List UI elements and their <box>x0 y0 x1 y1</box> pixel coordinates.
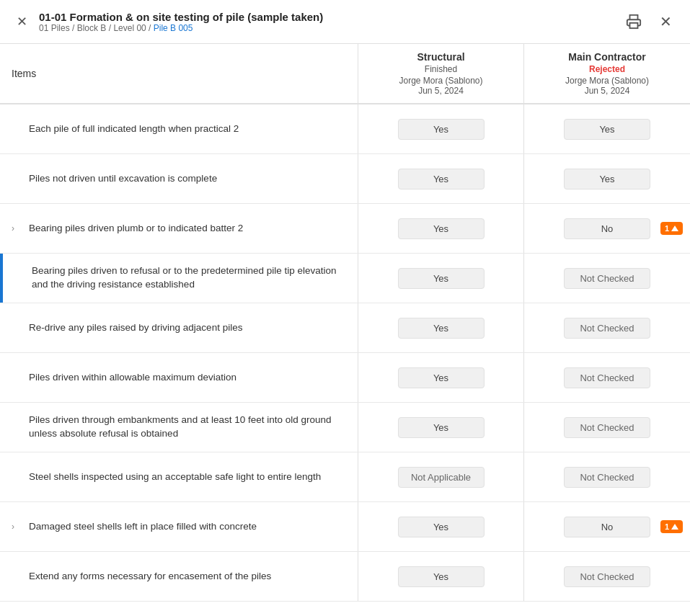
contractor-value-cell[interactable]: Yes <box>524 104 690 153</box>
contractor-title: Main Contractor <box>536 51 678 63</box>
table-row: Re-drive any piles raised by driving adj… <box>0 303 690 353</box>
alert-badge[interactable]: 1 <box>660 520 683 533</box>
structural-value-badge: Yes <box>398 119 485 140</box>
structural-value-cell[interactable]: Yes <box>358 403 524 452</box>
structural-value-cell[interactable]: Yes <box>358 254 524 303</box>
row-label: Each pile of full indicated length when … <box>29 122 239 136</box>
row-label-cell: Each pile of full indicated length when … <box>0 104 358 153</box>
contractor-value-badge: Yes <box>564 119 650 140</box>
row-label: Bearing piles driven plumb or to indicat… <box>29 222 243 236</box>
structural-value-badge: Yes <box>398 566 485 587</box>
structural-value-cell[interactable]: Yes <box>358 353 524 402</box>
dismiss-icon: ✕ <box>660 13 672 30</box>
table-row: Piles not driven until excavation is com… <box>0 154 690 204</box>
row-label: Damaged steel shells left in place fille… <box>29 520 257 534</box>
contractor-value-badge: Not Checked <box>564 367 650 388</box>
table-row: ›Damaged steel shells left in place fill… <box>0 502 690 552</box>
chevron-right-icon[interactable]: › <box>12 522 23 532</box>
table-row: Bearing piles driven to refusal or to th… <box>0 254 690 303</box>
structural-value-cell[interactable]: Yes <box>358 502 524 551</box>
breadcrumb-link[interactable]: Pile B 005 <box>154 23 193 33</box>
table-row: ›Bearing piles driven plumb or to indica… <box>0 204 690 254</box>
structural-value-cell[interactable]: Yes <box>358 204 524 253</box>
contractor-status: Rejected <box>536 64 678 74</box>
row-label-cell: Piles not driven until excavation is com… <box>0 154 358 203</box>
table-row: Extend any forms necessary for encasemen… <box>0 552 690 602</box>
contractor-value-badge: No <box>564 517 650 537</box>
items-label: Items <box>12 68 36 79</box>
row-label-cell: Extend any forms necessary for encasemen… <box>0 552 358 601</box>
contractor-value-badge: No <box>564 218 650 239</box>
structural-value-badge: Yes <box>398 268 485 289</box>
row-label: Piles driven through embankments and at … <box>29 414 346 441</box>
contractor-column-header: Main Contractor Rejected Jorge Mora (Sab… <box>524 44 690 103</box>
close-icon: ✕ <box>17 14 27 30</box>
structural-value-badge: Yes <box>398 417 485 438</box>
contractor-value-cell[interactable]: Not Checked <box>524 403 690 452</box>
print-icon <box>626 14 642 30</box>
structural-value-cell[interactable]: Not Applicable <box>358 452 524 501</box>
row-label: Extend any forms necessary for encasemen… <box>29 570 271 584</box>
structural-value-badge: Yes <box>398 367 485 388</box>
contractor-value-cell[interactable]: No1 <box>524 204 690 253</box>
contractor-value-badge: Not Checked <box>564 417 650 438</box>
row-label-cell: Steel shells inspected using an acceptab… <box>0 452 358 501</box>
structural-value-cell[interactable]: Yes <box>358 303 524 352</box>
svg-rect-0 <box>630 23 638 28</box>
row-label-cell: Re-drive any piles raised by driving adj… <box>0 303 358 352</box>
table-row: Piles driven through embankments and at … <box>0 403 690 452</box>
structural-value-badge: Yes <box>398 218 485 239</box>
row-label: Steel shells inspected using an acceptab… <box>29 470 321 484</box>
breadcrumb-text: 01 Piles / Block B / Level 00 / <box>39 23 154 33</box>
row-label: Piles not driven until excavation is com… <box>29 172 217 186</box>
contractor-value-badge: Not Checked <box>564 318 650 339</box>
structural-user: Jorge Mora (Sablono) <box>370 76 512 86</box>
structural-value-badge: Not Applicable <box>398 467 485 488</box>
contractor-value-badge: Not Checked <box>564 268 650 289</box>
dismiss-button[interactable]: ✕ <box>653 9 678 35</box>
header-title: 01-01 Formation & on site testing of pil… <box>39 11 323 23</box>
columns-header: Items Structural Finished Jorge Mora (Sa… <box>0 44 690 104</box>
contractor-value-cell[interactable]: Not Checked <box>524 353 690 402</box>
breadcrumb: 01 Piles / Block B / Level 00 / Pile B 0… <box>39 23 323 33</box>
table-row: Each pile of full indicated length when … <box>0 104 690 154</box>
structural-title: Structural <box>370 51 512 63</box>
contractor-value-cell[interactable]: Not Checked <box>524 552 690 601</box>
alert-triangle-icon <box>671 226 678 231</box>
contractor-date: Jun 5, 2024 <box>536 86 678 96</box>
row-label-cell: ›Damaged steel shells left in place fill… <box>0 502 358 551</box>
contractor-value-badge: Not Checked <box>564 566 650 587</box>
structural-column-header: Structural Finished Jorge Mora (Sablono)… <box>358 44 524 103</box>
header-actions: ✕ <box>621 9 678 35</box>
row-label-cell: Bearing piles driven to refusal or to th… <box>0 254 358 303</box>
structural-value-cell[interactable]: Yes <box>358 154 524 203</box>
contractor-value-badge: Not Checked <box>564 467 650 488</box>
print-button[interactable] <box>621 9 647 35</box>
contractor-value-cell[interactable]: Not Checked <box>524 452 690 501</box>
contractor-value-cell[interactable]: Not Checked <box>524 303 690 352</box>
items-column-header: Items <box>0 44 358 103</box>
contractor-user: Jorge Mora (Sablono) <box>536 76 678 86</box>
row-label-cell: ›Bearing piles driven plumb or to indica… <box>0 204 358 253</box>
structural-value-badge: Yes <box>398 169 485 189</box>
structural-value-cell[interactable]: Yes <box>358 552 524 601</box>
contractor-value-cell[interactable]: Yes <box>524 154 690 203</box>
table-body: Each pile of full indicated length when … <box>0 104 690 602</box>
contractor-value-cell[interactable]: No1 <box>524 502 690 551</box>
alert-triangle-icon <box>671 524 678 530</box>
row-label: Bearing piles driven to refusal or to th… <box>32 264 346 292</box>
close-button[interactable]: ✕ <box>12 12 32 32</box>
chevron-right-icon[interactable]: › <box>12 223 23 233</box>
structural-value-badge: Yes <box>398 318 485 339</box>
row-label: Re-drive any piles raised by driving adj… <box>29 321 242 335</box>
header: ✕ 01-01 Formation & on site testing of p… <box>0 0 690 44</box>
alert-badge[interactable]: 1 <box>660 222 683 235</box>
row-label: Piles driven within allowable maximum de… <box>29 371 236 385</box>
row-label-cell: Piles driven within allowable maximum de… <box>0 353 358 402</box>
structural-value-cell[interactable]: Yes <box>358 104 524 153</box>
table-row: Piles driven within allowable maximum de… <box>0 353 690 403</box>
alert-count: 1 <box>665 522 669 531</box>
structural-status: Finished <box>370 64 512 74</box>
contractor-value-badge: Yes <box>564 169 650 189</box>
contractor-value-cell[interactable]: Not Checked <box>524 254 690 303</box>
